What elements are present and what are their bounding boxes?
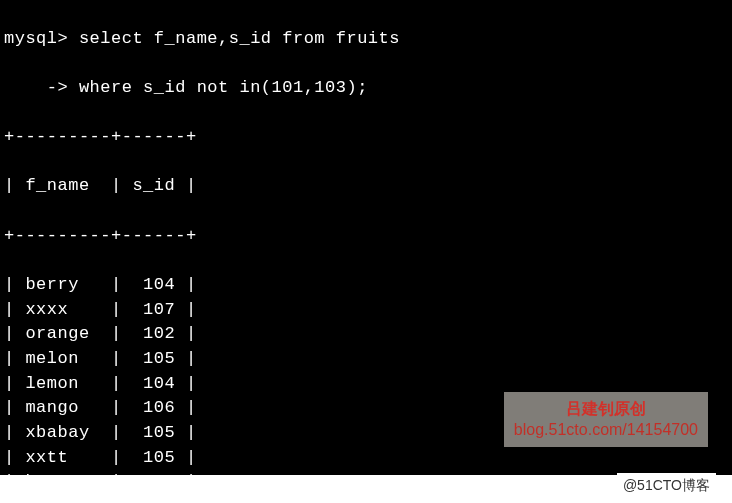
- watermark-url: blog.51cto.com/14154700: [514, 419, 698, 441]
- table-border-top: +---------+------+: [4, 125, 728, 150]
- table-body: | berry | 104 || xxxx | 107 || orange | …: [4, 273, 728, 503]
- table-row: | melon | 105 |: [4, 347, 728, 372]
- query-line-2: -> where s_id not in(101,103);: [4, 76, 728, 101]
- watermark-author: 吕建钊原创: [514, 398, 698, 420]
- table-row: | orange | 102 |: [4, 322, 728, 347]
- table-header: | f_name | s_id |: [4, 174, 728, 199]
- table-border-mid: +---------+------+: [4, 224, 728, 249]
- watermark: 吕建钊原创 blog.51cto.com/14154700: [504, 392, 708, 447]
- table-row: | xxxx | 107 |: [4, 298, 728, 323]
- table-row: | xxtt | 105 |: [4, 446, 728, 471]
- query-line-1: mysql> select f_name,s_id from fruits: [4, 27, 728, 52]
- table-row: | berry | 104 |: [4, 273, 728, 298]
- attribution: @51CTO博客: [617, 473, 716, 497]
